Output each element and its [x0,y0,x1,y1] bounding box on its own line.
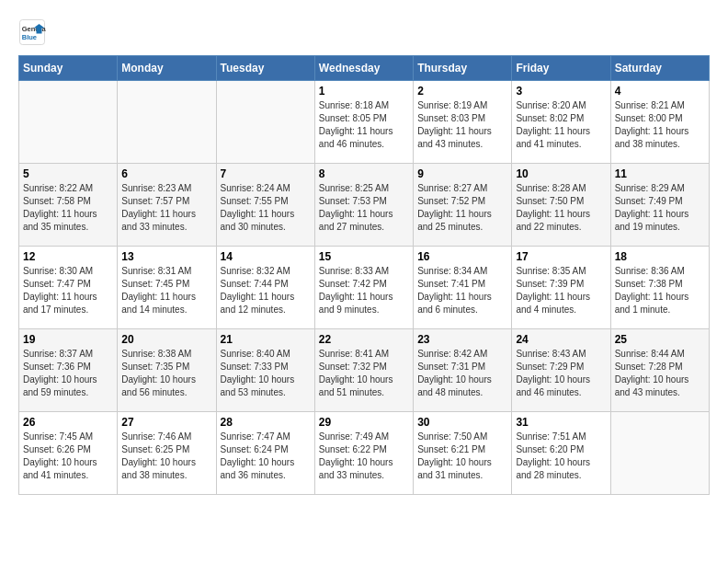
calendar-cell: 7Sunrise: 8:24 AMSunset: 7:55 PMDaylight… [216,164,314,247]
day-number: 19 [23,333,113,346]
header-sunday: Sunday [19,56,118,81]
day-info: Sunrise: 8:25 AMSunset: 7:53 PMDaylight:… [319,182,409,234]
day-info: Sunrise: 8:23 AMSunset: 7:57 PMDaylight:… [121,182,211,234]
day-number: 5 [23,167,113,180]
day-info: Sunrise: 8:24 AMSunset: 7:55 PMDaylight:… [221,182,311,234]
day-number: 22 [319,333,409,346]
day-info: Sunrise: 8:33 AMSunset: 7:42 PMDaylight:… [319,265,409,316]
header-friday: Friday [512,56,610,81]
day-info: Sunrise: 7:51 AMSunset: 6:20 PMDaylight:… [516,431,606,482]
calendar-cell: 18Sunrise: 8:36 AMSunset: 7:38 PMDayligh… [610,247,709,329]
day-info: Sunrise: 8:41 AMSunset: 7:32 PMDaylight:… [319,348,409,399]
calendar-cell [118,81,216,164]
day-number: 9 [417,167,507,180]
calendar-cell [19,81,118,164]
calendar-cell: 4Sunrise: 8:21 AMSunset: 8:00 PMDaylight… [610,81,709,164]
day-info: Sunrise: 8:31 AMSunset: 7:45 PMDaylight:… [121,265,211,316]
calendar-cell: 21Sunrise: 8:40 AMSunset: 7:33 PMDayligh… [216,329,314,412]
day-info: Sunrise: 8:27 AMSunset: 7:52 PMDaylight:… [417,182,507,234]
calendar-cell: 6Sunrise: 8:23 AMSunset: 7:57 PMDaylight… [118,164,216,247]
calendar-cell: 31Sunrise: 7:51 AMSunset: 6:20 PMDayligh… [512,412,610,495]
day-number: 15 [319,250,409,263]
calendar-cell: 13Sunrise: 8:31 AMSunset: 7:45 PMDayligh… [118,247,216,329]
day-number: 26 [23,416,113,429]
calendar-week-row: 19Sunrise: 8:37 AMSunset: 7:36 PMDayligh… [19,329,710,412]
day-info: Sunrise: 7:46 AMSunset: 6:25 PMDaylight:… [121,431,211,482]
calendar-cell: 27Sunrise: 7:46 AMSunset: 6:25 PMDayligh… [118,412,216,495]
day-number: 7 [221,167,311,180]
day-info: Sunrise: 8:40 AMSunset: 7:33 PMDaylight:… [221,348,311,399]
logo: General Blue [18,18,46,46]
calendar-week-row: 26Sunrise: 7:45 AMSunset: 6:26 PMDayligh… [19,412,710,495]
calendar-cell [610,412,709,495]
page-header: General Blue [18,18,710,46]
day-info: Sunrise: 8:18 AMSunset: 8:05 PMDaylight:… [319,99,409,151]
calendar-header-row: Sunday Monday Tuesday Wednesday Thursday… [19,56,710,81]
calendar-cell: 25Sunrise: 8:44 AMSunset: 7:28 PMDayligh… [610,329,709,412]
day-number: 11 [615,167,705,180]
calendar-cell: 11Sunrise: 8:29 AMSunset: 7:49 PMDayligh… [610,164,709,247]
day-info: Sunrise: 7:50 AMSunset: 6:21 PMDaylight:… [417,431,507,482]
calendar-cell: 9Sunrise: 8:27 AMSunset: 7:52 PMDaylight… [414,164,512,247]
calendar-cell: 22Sunrise: 8:41 AMSunset: 7:32 PMDayligh… [314,329,413,412]
header-wednesday: Wednesday [314,56,413,81]
day-info: Sunrise: 8:30 AMSunset: 7:47 PMDaylight:… [23,265,113,316]
logo-icon: General Blue [18,18,46,46]
calendar-cell: 26Sunrise: 7:45 AMSunset: 6:26 PMDayligh… [19,412,118,495]
calendar-week-row: 12Sunrise: 8:30 AMSunset: 7:47 PMDayligh… [19,247,710,329]
svg-text:Blue: Blue [22,33,37,41]
day-number: 3 [516,85,606,98]
calendar-week-row: 5Sunrise: 8:22 AMSunset: 7:58 PMDaylight… [19,164,710,247]
day-info: Sunrise: 7:47 AMSunset: 6:24 PMDaylight:… [221,431,311,482]
day-info: Sunrise: 8:34 AMSunset: 7:41 PMDaylight:… [417,265,507,316]
calendar-cell: 16Sunrise: 8:34 AMSunset: 7:41 PMDayligh… [414,247,512,329]
day-number: 13 [121,250,211,263]
day-info: Sunrise: 7:45 AMSunset: 6:26 PMDaylight:… [23,431,113,482]
day-info: Sunrise: 7:49 AMSunset: 6:22 PMDaylight:… [319,431,409,482]
day-number: 6 [121,167,211,180]
day-number: 12 [23,250,113,263]
day-number: 17 [516,250,606,263]
calendar-cell: 8Sunrise: 8:25 AMSunset: 7:53 PMDaylight… [314,164,413,247]
day-info: Sunrise: 8:28 AMSunset: 7:50 PMDaylight:… [516,182,606,234]
day-info: Sunrise: 8:19 AMSunset: 8:03 PMDaylight:… [417,99,507,151]
day-info: Sunrise: 8:38 AMSunset: 7:35 PMDaylight:… [121,348,211,399]
day-number: 14 [221,250,311,263]
calendar-cell: 30Sunrise: 7:50 AMSunset: 6:21 PMDayligh… [414,412,512,495]
day-number: 31 [516,416,606,429]
day-number: 1 [319,85,409,98]
calendar-cell: 20Sunrise: 8:38 AMSunset: 7:35 PMDayligh… [118,329,216,412]
calendar-cell: 29Sunrise: 7:49 AMSunset: 6:22 PMDayligh… [314,412,413,495]
day-number: 21 [221,333,311,346]
calendar-cell: 10Sunrise: 8:28 AMSunset: 7:50 PMDayligh… [512,164,610,247]
header-saturday: Saturday [610,56,709,81]
calendar-cell: 24Sunrise: 8:43 AMSunset: 7:29 PMDayligh… [512,329,610,412]
day-number: 10 [516,167,606,180]
calendar-cell: 14Sunrise: 8:32 AMSunset: 7:44 PMDayligh… [216,247,314,329]
calendar-cell: 2Sunrise: 8:19 AMSunset: 8:03 PMDaylight… [414,81,512,164]
day-info: Sunrise: 8:21 AMSunset: 8:00 PMDaylight:… [615,99,705,151]
day-info: Sunrise: 8:32 AMSunset: 7:44 PMDaylight:… [221,265,311,316]
calendar-cell: 12Sunrise: 8:30 AMSunset: 7:47 PMDayligh… [19,247,118,329]
day-number: 30 [417,416,507,429]
calendar-cell: 15Sunrise: 8:33 AMSunset: 7:42 PMDayligh… [314,247,413,329]
day-info: Sunrise: 8:35 AMSunset: 7:39 PMDaylight:… [516,265,606,316]
calendar-cell: 28Sunrise: 7:47 AMSunset: 6:24 PMDayligh… [216,412,314,495]
calendar-cell: 19Sunrise: 8:37 AMSunset: 7:36 PMDayligh… [19,329,118,412]
day-number: 29 [319,416,409,429]
header-tuesday: Tuesday [216,56,314,81]
svg-text:General: General [22,25,46,33]
day-number: 27 [121,416,211,429]
header-thursday: Thursday [414,56,512,81]
calendar-cell: 1Sunrise: 8:18 AMSunset: 8:05 PMDaylight… [314,81,413,164]
calendar-cell: 17Sunrise: 8:35 AMSunset: 7:39 PMDayligh… [512,247,610,329]
day-info: Sunrise: 8:43 AMSunset: 7:29 PMDaylight:… [516,348,606,399]
day-number: 4 [615,85,705,98]
day-info: Sunrise: 8:36 AMSunset: 7:38 PMDaylight:… [615,265,705,316]
day-number: 16 [417,250,507,263]
day-info: Sunrise: 8:42 AMSunset: 7:31 PMDaylight:… [417,348,507,399]
calendar-table: Sunday Monday Tuesday Wednesday Thursday… [18,55,710,495]
day-info: Sunrise: 8:22 AMSunset: 7:58 PMDaylight:… [23,182,113,234]
day-info: Sunrise: 8:20 AMSunset: 8:02 PMDaylight:… [516,99,606,151]
day-number: 20 [121,333,211,346]
